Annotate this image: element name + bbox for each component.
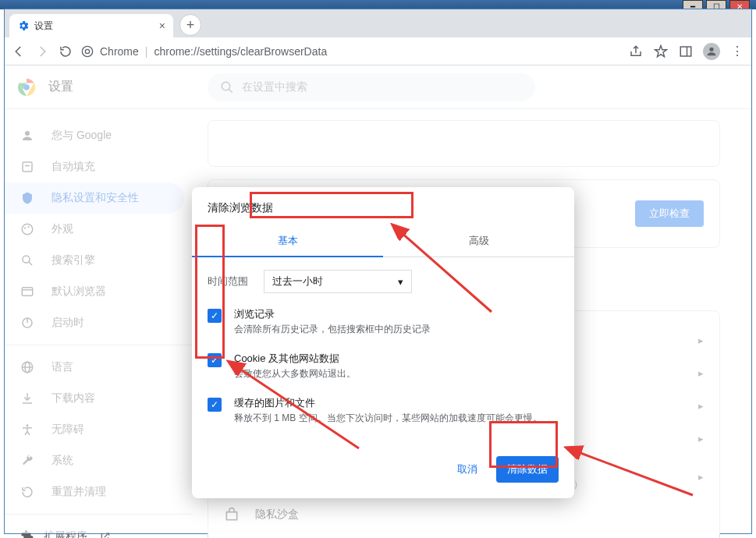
tab-strip: 设置 × + <box>5 9 751 37</box>
bookmark-icon[interactable] <box>653 44 669 59</box>
dropdown-icon: ▾ <box>398 276 403 288</box>
clear-data-dialog: 清除浏览数据 基本 高级 时间范围 过去一小时 ▾ ✓ 浏览记录 会清除所有历史… <box>192 187 574 498</box>
check-subtitle: 会致使您从大多数网站退出。 <box>234 367 356 380</box>
svg-point-0 <box>82 46 92 56</box>
chrome-icon <box>81 45 94 58</box>
forward-button[interactable] <box>34 44 50 59</box>
check-row-cached: ✓ 缓存的图片和文件 释放不到 1 MB 空间。当您下次访问时，某些网站的加载速… <box>208 396 559 425</box>
reload-button[interactable] <box>58 44 73 59</box>
url-scheme-label: Chrome <box>100 45 139 58</box>
dialog-title: 清除浏览数据 <box>192 187 574 226</box>
svg-rect-2 <box>680 47 691 56</box>
check-row-cookies: ✓ Cookie 及其他网站数据 会致使您从大多数网站退出。 <box>208 352 559 380</box>
check-title: Cookie 及其他网站数据 <box>234 352 356 366</box>
share-icon[interactable] <box>628 44 644 59</box>
svg-point-4 <box>709 47 713 51</box>
checkbox-browsing-history[interactable]: ✓ <box>208 309 222 323</box>
url-text: chrome://settings/clearBrowserData <box>154 45 327 58</box>
check-title: 缓存的图片和文件 <box>234 396 542 410</box>
check-row-browsing-history: ✓ 浏览记录 会清除所有历史记录，包括搜索框中的历史记录 <box>208 307 559 336</box>
dialog-tab-advanced[interactable]: 高级 <box>383 226 574 257</box>
checkbox-cached[interactable]: ✓ <box>208 398 222 412</box>
browser-tab[interactable]: 设置 × <box>9 14 173 37</box>
dialog-tab-basic[interactable]: 基本 <box>192 226 383 257</box>
check-subtitle: 释放不到 1 MB 空间。当您下次访问时，某些网站的加载速度可能会更慢。 <box>234 412 542 425</box>
tab-close-icon[interactable]: × <box>159 19 165 32</box>
new-tab-button[interactable]: + <box>179 14 201 36</box>
profile-avatar[interactable] <box>703 43 720 60</box>
tab-title: 设置 <box>34 19 53 33</box>
time-range-label: 时间范围 <box>208 274 248 288</box>
clear-data-button[interactable]: 清除数据 <box>496 456 559 483</box>
back-button[interactable] <box>11 44 27 59</box>
toolbar: Chrome | chrome://settings/clearBrowserD… <box>5 37 751 65</box>
address-bar[interactable]: Chrome | chrome://settings/clearBrowserD… <box>81 45 620 58</box>
check-subtitle: 会清除所有历史记录，包括搜索框中的历史记录 <box>234 323 431 336</box>
menu-icon[interactable]: ⋮ <box>729 44 745 59</box>
select-value: 过去一小时 <box>272 274 323 288</box>
gear-icon <box>17 19 30 32</box>
checkbox-cookies[interactable]: ✓ <box>208 353 222 367</box>
panel-icon[interactable] <box>678 44 694 59</box>
time-range-select[interactable]: 过去一小时 ▾ <box>264 270 412 293</box>
svg-point-1 <box>85 49 89 53</box>
check-title: 浏览记录 <box>234 307 431 321</box>
cancel-button[interactable]: 取消 <box>446 456 488 483</box>
